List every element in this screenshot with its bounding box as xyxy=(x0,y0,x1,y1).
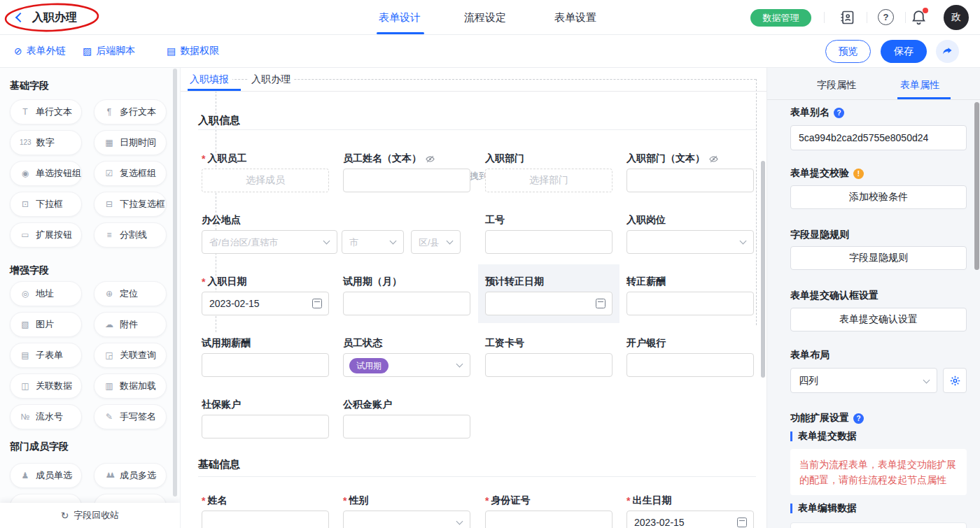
office-province-select[interactable]: 省/自治区/直辖市 xyxy=(202,227,337,254)
text-input[interactable] xyxy=(485,511,612,528)
text-input[interactable] xyxy=(343,415,470,438)
data-manage-button[interactable]: 数据管理 xyxy=(750,9,811,27)
field-job-number[interactable]: 工号 xyxy=(485,214,612,254)
office-district-select[interactable]: 区/县 xyxy=(411,227,461,254)
field-pill-datetime[interactable]: ▦日期时间 xyxy=(94,130,167,155)
field-bank[interactable]: 开户银行 xyxy=(626,337,754,377)
field-onboard-employee[interactable]: *入职员工 选择成员 xyxy=(202,152,329,192)
data-permission-link[interactable]: ▤ 数据权限 xyxy=(167,45,219,57)
submit-confirm-button[interactable]: 表单提交确认设置 xyxy=(790,308,967,331)
form-tab-onboard-process[interactable]: 入职办理 xyxy=(248,73,294,86)
help-icon[interactable]: ? xyxy=(878,9,894,25)
date-input[interactable]: 2023-02-15 xyxy=(202,292,329,315)
field-salary-card[interactable]: 工资卡号 xyxy=(485,337,612,377)
field-visibility-button[interactable]: 字段显隐规则 xyxy=(790,246,967,270)
text-input[interactable] xyxy=(626,292,754,315)
field-onboard-dept[interactable]: 入职部门 选择部门 xyxy=(485,152,612,192)
text-input[interactable] xyxy=(626,353,754,377)
field-pill-image[interactable]: ▧图片 xyxy=(10,312,82,337)
layout-settings-button[interactable] xyxy=(943,368,967,393)
text-input[interactable] xyxy=(485,353,612,377)
field-expected-regular-date[interactable]: 预计转正日期 xyxy=(485,276,612,315)
field-pill-dropdown[interactable]: ⊡下拉框 xyxy=(10,192,82,217)
text-input[interactable] xyxy=(202,415,329,438)
field-pill-number[interactable]: 123数字 xyxy=(10,130,82,155)
tab-flow-setting[interactable]: 流程设定 xyxy=(464,11,506,24)
field-pill-relation-query[interactable]: ◲关联查询 xyxy=(94,343,167,368)
sidebar-scrollbar[interactable] xyxy=(173,69,177,497)
field-housing-fund[interactable]: 公积金账户 xyxy=(343,399,470,438)
text-input[interactable] xyxy=(485,230,612,254)
form-alias-input[interactable]: 5ca994b2ca2d5755e8050d24 xyxy=(790,125,967,150)
help-icon[interactable]: ? xyxy=(853,413,864,424)
text-input[interactable] xyxy=(202,353,329,377)
field-pill-geolocation[interactable]: ⊕定位 xyxy=(94,281,167,306)
office-city-select[interactable]: 市 xyxy=(342,227,404,254)
form-layout-select[interactable]: 四列 xyxy=(790,368,937,393)
member-picker[interactable]: 选择成员 xyxy=(202,169,329,192)
field-pill-member-multi[interactable]: ♟♟成员多选 xyxy=(94,463,167,488)
help-icon[interactable]: ? xyxy=(834,108,844,118)
field-pill-checkbox-group[interactable]: ☑复选框组 xyxy=(94,161,167,186)
field-pill-address[interactable]: ◎地址 xyxy=(10,281,82,306)
field-pill-single-line-text[interactable]: T单行文本 xyxy=(10,99,82,124)
field-pill-divider[interactable]: ≡分割线 xyxy=(94,222,167,248)
field-gender[interactable]: *性别 xyxy=(343,494,470,528)
field-recycle-bin[interactable]: ↻ 字段回收站 xyxy=(0,503,180,528)
field-employee-name-text[interactable]: 员工姓名（文本） xyxy=(343,152,470,192)
save-button[interactable]: 保存 xyxy=(881,40,927,63)
page-title[interactable]: 入职办理 xyxy=(32,10,77,25)
field-pill-member-single[interactable]: ♟成员单选 xyxy=(10,463,82,488)
text-input[interactable] xyxy=(343,292,470,315)
form-tab-onboard-fill[interactable]: 入职填报 xyxy=(186,73,232,86)
field-probation-salary[interactable]: 试用期薪酬 xyxy=(202,337,329,377)
text-input[interactable] xyxy=(343,169,470,192)
field-onboard-date[interactable]: *入职日期 2023-02-15 xyxy=(202,276,329,315)
field-id-number[interactable]: *身份证号 xyxy=(485,494,612,528)
select-input[interactable] xyxy=(626,230,754,254)
field-onboard-position[interactable]: 入职岗位 xyxy=(626,214,754,254)
add-validation-button[interactable]: 添加校验条件 xyxy=(790,185,967,209)
warning-icon[interactable]: ! xyxy=(853,169,864,179)
field-onboard-dept-text[interactable]: 入职部门（文本） xyxy=(626,152,754,192)
field-regular-salary[interactable]: 转正薪酬 xyxy=(626,276,754,315)
text-input[interactable] xyxy=(202,511,329,528)
field-probation-months[interactable]: 试用期（月） xyxy=(343,276,470,315)
backend-script-link[interactable]: ▨ 后端脚本 xyxy=(83,45,135,57)
back-icon[interactable] xyxy=(15,13,25,22)
date-input[interactable] xyxy=(485,292,612,315)
field-pill-radio-group[interactable]: ◉单选按钮组 xyxy=(10,161,82,186)
field-name[interactable]: *姓名 xyxy=(202,494,329,528)
field-office-location[interactable]: 办公地点 xyxy=(202,214,482,227)
canvas-scrollbar[interactable] xyxy=(761,161,765,378)
share-button[interactable] xyxy=(936,40,959,63)
tab-form-design[interactable]: 表单设计 xyxy=(379,11,421,24)
select-input[interactable] xyxy=(343,511,470,528)
field-pill-multi-line-text[interactable]: ¶多行文本 xyxy=(94,99,167,124)
tab-form-setting[interactable]: 表单设置 xyxy=(554,11,596,24)
field-pill-serial-number[interactable]: №流水号 xyxy=(10,404,82,429)
field-pill-signature[interactable]: ✎手写签名 xyxy=(94,404,167,429)
tab-field-properties[interactable]: 字段属性 xyxy=(817,79,856,92)
dept-picker[interactable]: 选择部门 xyxy=(485,169,612,192)
eye-off-icon[interactable] xyxy=(708,154,719,164)
field-pill-subform[interactable]: ▤子表单 xyxy=(10,343,82,368)
field-pill-multi-dropdown[interactable]: ⊟下拉复选框 xyxy=(94,192,167,217)
date-input[interactable]: 2023-02-15 xyxy=(626,511,754,528)
field-social-security[interactable]: 社保账户 xyxy=(202,399,329,438)
tab-form-properties[interactable]: 表单属性 xyxy=(900,79,939,92)
field-pill-attachment[interactable]: ☁附件 xyxy=(94,312,167,337)
select-input[interactable]: 试用期 xyxy=(343,353,470,377)
field-pill-relation-data[interactable]: ◫关联数据 xyxy=(10,373,82,399)
field-employee-status[interactable]: 员工状态 试用期 xyxy=(343,337,470,377)
form-external-link[interactable]: ⊘ 表单外链 xyxy=(14,45,66,57)
field-pill-extend-button[interactable]: ▭扩展按钮 xyxy=(10,222,82,248)
preview-button[interactable]: 预览 xyxy=(825,40,871,63)
panel-scrollbar[interactable] xyxy=(974,102,979,270)
field-birth-date[interactable]: *出生日期 2023-02-15 xyxy=(626,494,754,528)
address-book-icon[interactable] xyxy=(839,9,855,26)
text-input[interactable] xyxy=(626,169,754,192)
eye-off-icon[interactable] xyxy=(425,154,435,164)
field-pill-data-load[interactable]: ▥数据加载 xyxy=(94,373,167,399)
user-avatar[interactable]: 政 xyxy=(944,5,969,30)
